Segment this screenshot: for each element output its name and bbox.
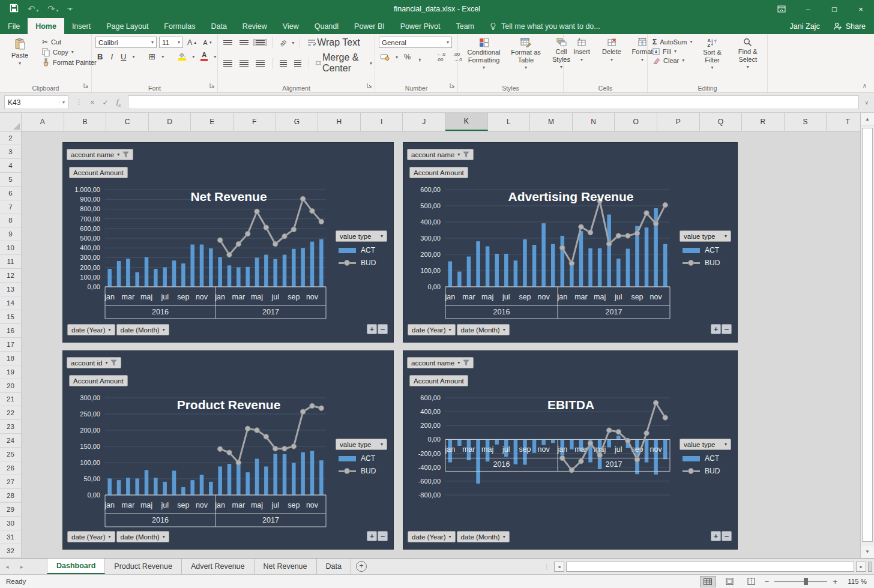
wrap-text-button[interactable]: Wrap Text	[306, 37, 361, 49]
ribbon-tab-power-bi[interactable]: Power BI	[346, 18, 393, 34]
date-month-slicer[interactable]: date (Month) ▾	[116, 324, 169, 335]
orientation-button[interactable]: ab	[278, 39, 288, 47]
ribbon-tab-home[interactable]: Home	[28, 18, 64, 34]
find-select-button[interactable]: Find & Select ▾	[731, 37, 765, 71]
ribbon-tab-file[interactable]: File	[0, 18, 28, 34]
column-header-G[interactable]: G	[276, 112, 319, 131]
save-icon[interactable]	[10, 4, 19, 15]
close-button[interactable]: ×	[848, 0, 874, 18]
vertical-scrollbar[interactable]: ▲ ▼	[860, 113, 874, 558]
sheet-tab-product-revenue[interactable]: Product Revenue	[105, 559, 182, 574]
row-header-13[interactable]: 13	[0, 283, 21, 296]
row-header-11[interactable]: 11	[0, 255, 21, 269]
redo-button[interactable]: ↷▾	[47, 4, 58, 14]
row-header-23[interactable]: 23	[0, 420, 21, 434]
font-name-combo[interactable]: Calibri▾	[95, 37, 157, 48]
ribbon-tab-power-pivot[interactable]: Power Pivot	[393, 18, 448, 34]
select-all-corner[interactable]	[0, 112, 22, 131]
column-header-F[interactable]: F	[234, 112, 276, 131]
value-type-slicer[interactable]: value type ▾	[336, 439, 387, 450]
row-header-8[interactable]: 8	[0, 214, 21, 228]
timeline-expand-button[interactable]: +	[367, 324, 377, 334]
timeline-collapse-button[interactable]: −	[722, 324, 732, 334]
customize-qat-button[interactable]: ▾	[67, 8, 73, 11]
tell-me-box[interactable]: Tell me what you want to do...	[482, 18, 607, 34]
row-header-31[interactable]: 31	[0, 530, 21, 544]
account-amount-button[interactable]: Account Amount	[409, 375, 468, 386]
ribbon-display-options-icon[interactable]	[768, 0, 795, 18]
zoom-out-icon[interactable]: −	[765, 577, 770, 586]
account-amount-button[interactable]: Account Amount	[69, 167, 128, 178]
sort-filter-button[interactable]: AZ Sort & Filter ▾	[696, 37, 728, 71]
align-right-button[interactable]	[254, 59, 267, 67]
row-header-10[interactable]: 10	[0, 241, 21, 255]
value-type-slicer[interactable]: value type ▾	[680, 230, 731, 242]
timeline-collapse-button[interactable]: −	[722, 531, 732, 541]
increase-indent-button[interactable]	[292, 59, 303, 67]
name-box[interactable]: K43 ▾	[4, 95, 68, 109]
account-amount-button[interactable]: Account Amount	[69, 375, 128, 386]
column-header-B[interactable]: B	[64, 112, 107, 131]
number-dialog-launcher[interactable]	[450, 80, 455, 91]
italic-button[interactable]: I	[109, 52, 115, 62]
column-header-K[interactable]: K	[445, 112, 488, 131]
column-header-I[interactable]: I	[361, 112, 403, 131]
share-button[interactable]: Share	[833, 22, 866, 31]
pane-splitter-handle[interactable]	[868, 562, 872, 572]
row-header-20[interactable]: 20	[0, 379, 21, 393]
row-header-12[interactable]: 12	[0, 269, 21, 283]
row-header-26[interactable]: 26	[0, 461, 21, 475]
maximize-button[interactable]: □	[821, 0, 848, 18]
cut-button[interactable]: ✂Cut	[41, 37, 98, 47]
timeline-expand-button[interactable]: +	[711, 531, 721, 541]
ribbon-tab-insert[interactable]: Insert	[64, 18, 98, 34]
page-layout-view-button[interactable]	[722, 576, 738, 587]
align-middle-button[interactable]	[238, 40, 250, 46]
font-dialog-launcher[interactable]	[209, 80, 215, 91]
column-header-H[interactable]: H	[318, 112, 361, 131]
account-amount-button[interactable]: Account Amount	[409, 167, 468, 178]
collapse-ribbon-button[interactable]: ∧	[863, 82, 867, 89]
ribbon-tab-view[interactable]: View	[275, 18, 307, 34]
fill-button[interactable]: Fill▾	[651, 47, 693, 56]
horizontal-scrollbar[interactable]	[566, 562, 854, 572]
column-header-R[interactable]: R	[742, 112, 785, 131]
conditional-formatting-button[interactable]: Conditional Formatting ▾	[462, 37, 506, 71]
timeline-collapse-button[interactable]: −	[378, 531, 388, 541]
ribbon-tab-data[interactable]: Data	[203, 18, 234, 34]
row-header-28[interactable]: 28	[0, 489, 21, 503]
date-year-slicer[interactable]: date (Year) ▾	[67, 324, 115, 335]
row-header-25[interactable]: 25	[0, 448, 21, 461]
slicer-field-button-account-name[interactable]: account name ▾	[407, 149, 474, 160]
increase-decimal-button[interactable]: ←.0.00	[435, 51, 447, 63]
shrink-font-button[interactable]: A▼	[201, 38, 214, 47]
column-header-L[interactable]: L	[488, 112, 531, 131]
hscroll-right-icon[interactable]: ▸	[856, 562, 866, 572]
value-type-slicer[interactable]: value type ▾	[680, 439, 731, 450]
ribbon-tab-review[interactable]: Review	[235, 18, 275, 34]
slicer-field-button-account-id[interactable]: account id ▾	[67, 357, 121, 368]
paste-button[interactable]: Paste ▾	[4, 37, 36, 67]
sheet-nav-right-icon[interactable]: ▸	[14, 559, 29, 574]
merge-center-button[interactable]: Merge & Center	[314, 52, 366, 74]
timeline-expand-button[interactable]: +	[711, 324, 721, 334]
sheet-nav-left-icon[interactable]: ◂	[0, 559, 14, 574]
normal-view-button[interactable]	[700, 576, 716, 587]
row-header-7[interactable]: 7	[0, 200, 21, 214]
format-painter-button[interactable]: Format Painter	[41, 57, 98, 67]
column-header-C[interactable]: C	[106, 112, 149, 131]
accounting-format-button[interactable]	[379, 53, 391, 61]
row-header-6[interactable]: 6	[0, 187, 21, 200]
decrease-indent-button[interactable]	[278, 59, 289, 67]
font-color-button[interactable]: A	[199, 51, 209, 61]
formula-input[interactable]	[128, 95, 859, 109]
delete-cells-button[interactable]: Delete ▾	[597, 37, 626, 64]
copy-button[interactable]: Copy▾	[41, 47, 98, 57]
clipboard-dialog-launcher[interactable]	[83, 80, 89, 91]
date-month-slicer[interactable]: date (Month) ▾	[116, 531, 169, 542]
hscroll-left-icon[interactable]: ◂	[554, 562, 564, 572]
zoom-slider-handle[interactable]	[804, 578, 808, 585]
column-header-A[interactable]: A	[22, 112, 64, 131]
alignment-dialog-launcher[interactable]	[367, 80, 372, 91]
row-header-19[interactable]: 19	[0, 365, 21, 379]
